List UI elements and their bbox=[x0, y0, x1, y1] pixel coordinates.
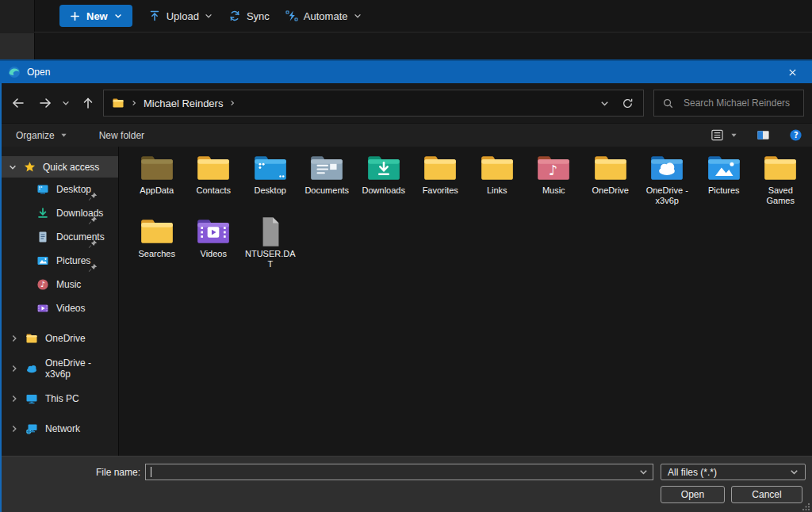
sidebar-item-desktop[interactable]: Desktop bbox=[2, 178, 118, 201]
automate-button-label: Automate bbox=[304, 10, 348, 22]
screen: New Upload Sync Automate Open bbox=[0, 0, 812, 512]
organize-label: Organize bbox=[16, 130, 55, 141]
plus-icon bbox=[70, 11, 80, 21]
chevron-right-icon[interactable] bbox=[10, 334, 18, 342]
quick-access-label: Quick access bbox=[43, 162, 99, 173]
sidebar-item-documents[interactable]: Documents bbox=[2, 225, 118, 249]
folder-hidden-icon bbox=[139, 153, 175, 183]
file-item-ntuser-dat[interactable]: NTUSER.DAT bbox=[242, 215, 299, 278]
recent-locations-chevron[interactable] bbox=[59, 93, 73, 113]
sidebar-item-this-pc[interactable]: This PC bbox=[2, 387, 118, 411]
refresh-icon[interactable] bbox=[622, 97, 634, 109]
new-button[interactable]: New bbox=[59, 5, 132, 27]
open-button[interactable]: Open bbox=[661, 486, 725, 503]
file-item-appdata[interactable]: AppData bbox=[128, 151, 186, 215]
folder-icon bbox=[479, 153, 515, 183]
file-item-label: Videos bbox=[201, 249, 227, 259]
pc-sm-icon bbox=[25, 392, 38, 405]
dialog-footer: File name: All files (*.*) Open Cancel bbox=[2, 456, 812, 512]
file-item-searches[interactable]: Searches bbox=[128, 215, 186, 278]
file-item-saved-games[interactable]: Saved Games bbox=[753, 151, 810, 215]
file-type-filter-value: All files (*.*) bbox=[668, 467, 717, 478]
file-item-documents[interactable]: Documents bbox=[299, 151, 356, 215]
file-dat-icon bbox=[252, 216, 289, 246]
automate-flow-icon bbox=[285, 10, 298, 22]
folder-desktop-icon bbox=[252, 153, 289, 183]
file-item-music[interactable]: ♪Music bbox=[526, 151, 583, 215]
sidebar-item-label: OneDrive - x3v6p bbox=[45, 357, 118, 380]
sidebar-item-network[interactable]: Network bbox=[2, 417, 118, 441]
file-type-filter-select[interactable]: All files (*.*) bbox=[661, 464, 806, 480]
new-folder-button[interactable]: New folder bbox=[99, 130, 144, 141]
folder-documents-icon bbox=[308, 153, 345, 183]
folder-icon bbox=[762, 153, 799, 183]
file-item-onedrive-x3v6p[interactable]: OneDrive - x3v6p bbox=[639, 151, 696, 215]
folder-icon bbox=[592, 153, 629, 183]
desktop-icon bbox=[36, 183, 49, 196]
svg-text:♪: ♪ bbox=[40, 280, 45, 288]
file-name-dropdown-chevron[interactable] bbox=[639, 468, 648, 476]
file-item-onedrive[interactable]: OneDrive bbox=[582, 151, 639, 215]
preview-pane-icon[interactable] bbox=[756, 128, 770, 142]
organize-button[interactable]: Organize bbox=[16, 130, 67, 141]
file-name-input[interactable] bbox=[145, 464, 653, 480]
file-item-favorites[interactable]: Favorites bbox=[412, 151, 469, 215]
back-button[interactable] bbox=[8, 93, 29, 113]
pictures-icon bbox=[36, 254, 49, 267]
chevron-right-icon[interactable] bbox=[10, 425, 18, 433]
chevron-down-icon bbox=[205, 12, 213, 20]
views-chevron-icon[interactable] bbox=[730, 132, 737, 139]
help-icon[interactable]: ? bbox=[789, 128, 802, 142]
file-name-label: File name: bbox=[41, 467, 140, 478]
views-icon[interactable] bbox=[710, 128, 724, 142]
folder-music-icon: ♪ bbox=[535, 153, 572, 183]
sidebar-item-onedrive[interactable]: OneDrive bbox=[2, 327, 118, 350]
sidebar-item-pictures[interactable]: Pictures bbox=[2, 249, 118, 273]
forward-button[interactable] bbox=[35, 93, 56, 113]
breadcrumb-segment[interactable]: Michael Reinders bbox=[144, 97, 223, 109]
chevron-right-icon[interactable] bbox=[10, 395, 18, 403]
star-icon bbox=[24, 161, 36, 173]
file-item-downloads[interactable]: Downloads bbox=[355, 151, 412, 215]
file-item-label: AppData bbox=[140, 185, 174, 196]
sidebar-item-label: Desktop bbox=[56, 184, 91, 195]
videos-icon bbox=[36, 302, 49, 315]
breadcrumb-folder-icon bbox=[112, 97, 124, 109]
dialog-body: Michael Reinders Organize bbox=[0, 83, 812, 512]
chevron-down-icon bbox=[60, 132, 67, 139]
automate-button[interactable]: Automate bbox=[285, 5, 362, 27]
sidebar-item-onedrive-x3v6p[interactable]: OneDrive - x3v6p bbox=[2, 357, 118, 380]
sidebar-item-downloads[interactable]: Downloads bbox=[2, 201, 118, 225]
file-item-links[interactable]: Links bbox=[469, 151, 526, 215]
upload-button[interactable]: Upload bbox=[148, 5, 213, 27]
chevron-down-icon bbox=[9, 163, 17, 171]
cancel-button[interactable]: Cancel bbox=[731, 486, 802, 503]
file-item-videos[interactable]: Videos bbox=[186, 215, 243, 278]
network-sm-icon bbox=[25, 422, 38, 435]
sidebar-item-label: OneDrive bbox=[45, 333, 86, 344]
up-button[interactable] bbox=[78, 93, 98, 113]
close-button[interactable] bbox=[780, 63, 804, 82]
search-input[interactable] bbox=[682, 97, 795, 109]
upload-button-label: Upload bbox=[167, 10, 199, 22]
address-bar[interactable]: Michael Reinders bbox=[103, 90, 644, 117]
file-item-pictures[interactable]: Pictures bbox=[695, 151, 753, 215]
file-item-label: Contacts bbox=[197, 185, 231, 196]
sidebar-item-label: Music bbox=[56, 279, 81, 290]
search-box[interactable] bbox=[653, 90, 804, 117]
file-item-contacts[interactable]: Contacts bbox=[186, 151, 243, 215]
open-dialog: Open Michael Reinders bbox=[0, 59, 812, 512]
sync-button[interactable]: Sync bbox=[228, 5, 270, 27]
file-item-label: Favorites bbox=[423, 185, 458, 196]
address-dropdown-chevron[interactable] bbox=[600, 99, 609, 108]
breadcrumb-separator bbox=[131, 99, 137, 107]
sidebar-item-videos[interactable]: Videos bbox=[2, 296, 118, 320]
new-button-label: New bbox=[86, 10, 108, 22]
folder-pictures-icon bbox=[706, 153, 742, 183]
sidebar-item-label: This PC bbox=[45, 393, 79, 404]
sidebar-item-music[interactable]: ♪Music bbox=[2, 273, 118, 296]
chevron-right-icon[interactable] bbox=[10, 365, 18, 373]
sidebar-item-quick-access[interactable]: Quick access bbox=[2, 156, 118, 178]
resize-grip[interactable] bbox=[801, 502, 810, 511]
file-item-desktop[interactable]: Desktop bbox=[242, 151, 299, 215]
